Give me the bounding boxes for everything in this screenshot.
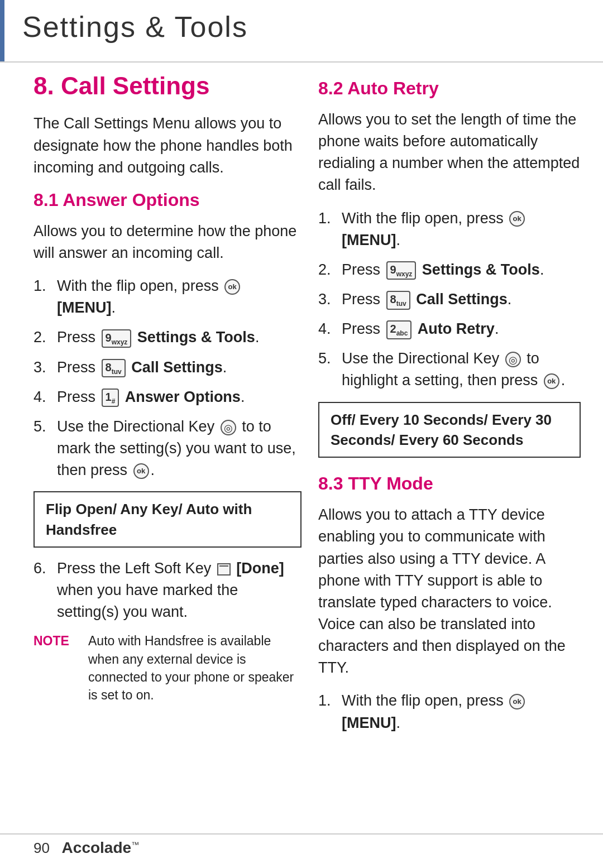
- step-82-3: 3. Press 8tuv Call Settings.: [318, 289, 581, 310]
- step-82-4: 4. Press 2abc Auto Retry.: [318, 318, 581, 340]
- step-82-2-content: Press 9wxyz Settings & Tools.: [342, 259, 581, 281]
- step-5: 5. Use the Directional Key ◎ to to mark …: [34, 416, 302, 481]
- highlight-box-82: Off/ Every 10 Seconds/ Every 30 Seconds/…: [318, 402, 581, 458]
- heading-83: 8.3 TTY Mode: [318, 473, 581, 494]
- key-1: 1#: [102, 389, 119, 407]
- step-82-1-content: With the flip open, press ok [MENU].: [342, 208, 581, 251]
- note: NOTE Auto with Handsfree is available wh…: [34, 632, 302, 704]
- step-82-2-num: 2.: [318, 259, 342, 281]
- key-8tuv: 8tuv: [102, 359, 126, 377]
- done-label: [Done]: [236, 560, 284, 577]
- ok-icon-2: ok: [133, 463, 149, 479]
- brand-name: Accolade: [62, 839, 132, 856]
- note-label: NOTE: [34, 632, 84, 650]
- step-82-5-content: Use the Directional Key ◎ to highlight a…: [342, 348, 581, 391]
- step-82-3-num: 3.: [318, 289, 342, 310]
- intro-83: Allows you to attach a TTY device enabli…: [318, 504, 581, 679]
- accent-bar: [0, 0, 4, 61]
- step-82-1: 1. With the flip open, press ok [MENU].: [318, 208, 581, 251]
- intro-text: The Call Settings Menu allows you to des…: [34, 113, 302, 178]
- call-settings-label: Call Settings: [131, 359, 223, 376]
- heading-82: 8.2 Auto Retry: [318, 78, 581, 99]
- menu-label-1: [MENU]: [57, 299, 111, 316]
- page-number: 90: [34, 840, 50, 856]
- step-1-num: 1.: [34, 275, 57, 297]
- footer: 90 Accolade™: [34, 839, 139, 857]
- step-4-num: 4.: [34, 386, 57, 408]
- dir-icon-82: ◎: [505, 352, 521, 367]
- sub-intro-81: Allows you to determine how the phone wi…: [34, 220, 302, 264]
- menu-label-83-1: [MENU]: [342, 714, 396, 731]
- dir-icon-1: ◎: [221, 420, 236, 435]
- intro-82: Allows you to set the length of time the…: [318, 109, 581, 196]
- key-2abc-82: 2abc: [386, 320, 412, 339]
- step-6-num: 6.: [34, 558, 57, 579]
- step-3-num: 3.: [34, 357, 57, 378]
- settings-tools-label: Settings & Tools: [137, 329, 255, 346]
- highlight-text-81: Flip Open/ Any Key/ Auto with Handsfree: [46, 501, 252, 538]
- auto-retry-label: Auto Retry: [418, 320, 495, 337]
- title-divider: [0, 61, 603, 63]
- highlight-text-82: Off/ Every 10 Seconds/ Every 30 Seconds/…: [331, 411, 552, 448]
- step-4-content: Press 1# Answer Options.: [57, 386, 302, 408]
- answer-options-label: Answer Options: [125, 389, 241, 405]
- step-82-1-num: 1.: [318, 208, 342, 229]
- step-3-content: Press 8tuv Call Settings.: [57, 357, 302, 378]
- step-82-3-content: Press 8tuv Call Settings.: [342, 289, 581, 310]
- menu-label-82-1: [MENU]: [342, 232, 396, 248]
- step-2-content: Press 9wxyz Settings & Tools.: [57, 327, 302, 348]
- step-2: 2. Press 9wxyz Settings & Tools.: [34, 327, 302, 348]
- step-83-1: 1. With the flip open, press ok [MENU].: [318, 690, 581, 733]
- bottom-divider: [0, 833, 603, 835]
- main-heading: 8. Call Settings: [34, 73, 302, 99]
- key-9wxyz-82: 9wxyz: [386, 261, 417, 280]
- step-6: 6. Press the Left Soft Key [Done] when y…: [34, 558, 302, 623]
- step-82-4-num: 4.: [318, 318, 342, 340]
- step-83-1-content: With the flip open, press ok [MENU].: [342, 690, 581, 733]
- step-5-num: 5.: [34, 416, 57, 438]
- ok-icon-82-5: ok: [544, 373, 559, 389]
- step-82-5-num: 5.: [318, 348, 342, 370]
- settings-tools-label-82: Settings & Tools: [422, 261, 540, 278]
- sub-heading-81: 8.1 Answer Options: [34, 190, 302, 210]
- call-settings-label-82: Call Settings: [416, 291, 508, 308]
- ok-icon-83-1: ok: [509, 694, 525, 709]
- step-2-num: 2.: [34, 327, 57, 348]
- step-6-content: Press the Left Soft Key [Done] when you …: [57, 558, 302, 623]
- right-column: 8.2 Auto Retry Allows you to set the len…: [318, 73, 581, 742]
- step-82-2: 2. Press 9wxyz Settings & Tools.: [318, 259, 581, 281]
- step-82-4-content: Press 2abc Auto Retry.: [342, 318, 581, 340]
- ok-icon-1: ok: [224, 279, 240, 295]
- step-5-content: Use the Directional Key ◎ to to mark the…: [57, 416, 302, 481]
- page-title: Settings & Tools: [22, 10, 248, 44]
- step-82-5: 5. Use the Directional Key ◎ to highligh…: [318, 348, 581, 391]
- step-1-content: With the flip open, press ok [MENU].: [57, 275, 302, 319]
- step-1: 1. With the flip open, press ok [MENU].: [34, 275, 302, 319]
- ok-icon-82-1: ok: [509, 211, 525, 227]
- note-content: Auto with Handsfree is available when an…: [88, 632, 302, 704]
- step-3: 3. Press 8tuv Call Settings.: [34, 357, 302, 378]
- left-column: 8. Call Settings The Call Settings Menu …: [34, 73, 302, 713]
- key-9wxyz: 9wxyz: [102, 329, 132, 348]
- key-8tuv-82: 8tuv: [386, 291, 410, 309]
- highlight-box-81: Flip Open/ Any Key/ Auto with Handsfree: [34, 491, 302, 548]
- step-83-1-num: 1.: [318, 690, 342, 712]
- step-4: 4. Press 1# Answer Options.: [34, 386, 302, 408]
